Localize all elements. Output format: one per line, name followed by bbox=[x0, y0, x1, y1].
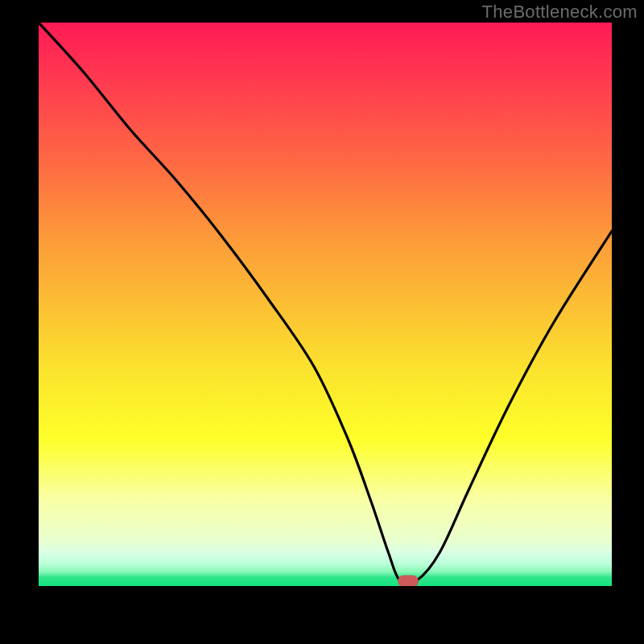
frame-bottom bbox=[0, 586, 644, 644]
watermark-text: TheBottleneck.com bbox=[482, 2, 638, 23]
optimum-marker bbox=[398, 576, 419, 586]
frame-left bbox=[0, 0, 39, 644]
plot-area bbox=[39, 23, 612, 586]
bottleneck-curve bbox=[39, 23, 612, 586]
frame-right bbox=[612, 0, 644, 644]
